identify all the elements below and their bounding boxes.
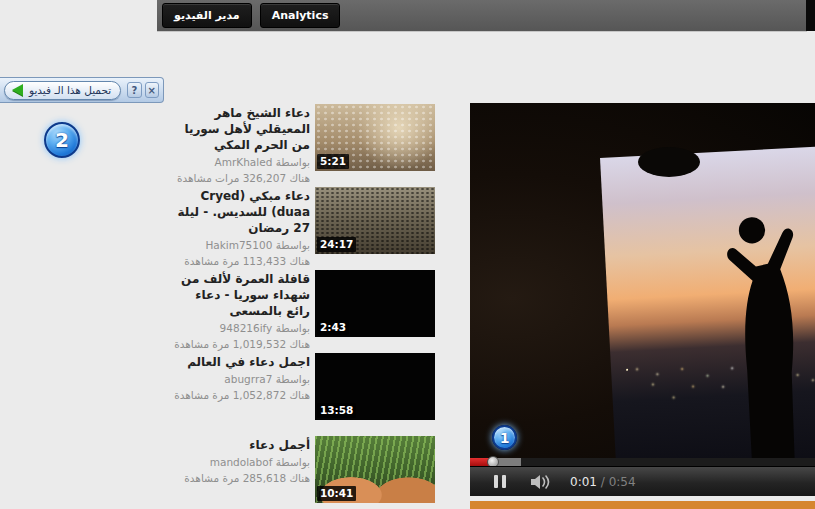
close-icon: × <box>148 85 156 96</box>
video-author: AmrKhaled <box>215 156 273 168</box>
tab-video-manager-label: مدير الفيديو <box>174 9 240 22</box>
download-play-icon <box>12 84 23 96</box>
city-lights <box>626 369 628 371</box>
help-icon: ? <box>131 85 137 96</box>
video-author-line: بواسطة AmrKhaled <box>168 155 310 169</box>
video-views: هناك 326,207 مرات مشاهدة <box>168 171 310 185</box>
video-title-link[interactable]: أجمل دعاء <box>168 437 310 453</box>
download-toolbar: تحميل هذا الـ فيديو ? × <box>0 77 164 103</box>
tab-analytics-label: Analytics <box>272 9 329 22</box>
video-player: 0:01 / 0:54 <box>470 103 815 496</box>
video-thumbnail[interactable]: 5:21 <box>315 104 435 171</box>
video-thumbnail[interactable]: 2:43 <box>315 270 435 337</box>
video-author: mandolabof <box>210 456 273 468</box>
video-views: هناك 1,052,872 مرة مشاهدة <box>168 388 310 402</box>
step-badge-2: 2 <box>44 122 80 158</box>
video-thumbnail[interactable]: 13:58 <box>315 353 435 420</box>
related-video-row: دعاء مبكي (Cryed duaa) للسديس. - ليلة 27… <box>168 187 435 270</box>
related-video-row: قافلة العمرة لألف من شهداء سوريا - دعاء … <box>168 270 435 353</box>
video-author: abugrra7 <box>224 373 272 385</box>
by-label: بواسطة <box>276 156 310 168</box>
related-video-row: أجمل دعاء بواسطة mandolabof هناك 285,618… <box>168 436 435 509</box>
foreground-head-silhouette <box>638 147 700 177</box>
video-author-line: بواسطة mandolabof <box>168 455 310 469</box>
video-title-link[interactable]: اجمل دعاء في العالم <box>168 354 310 370</box>
video-title-link[interactable]: قافلة العمرة لألف من شهداء سوريا - دعاء … <box>168 271 310 319</box>
duration-badge: 10:41 <box>317 486 356 501</box>
related-video-row: دعاء الشيخ ماهر المعيقلي لأهل سوريا من ا… <box>168 104 435 187</box>
video-info: اجمل دعاء في العالم بواسطة abugrra7 هناك… <box>168 353 310 436</box>
sunset-sky-scene <box>600 145 815 458</box>
by-label: بواسطة <box>276 456 310 468</box>
related-videos-list: دعاء الشيخ ماهر المعيقلي لأهل سوريا من ا… <box>168 104 435 509</box>
time-separator: / <box>597 475 609 489</box>
video-author-line: بواسطة Hakim75100 <box>168 238 310 252</box>
video-title-link[interactable]: دعاء الشيخ ماهر المعيقلي لأهل سوريا من ا… <box>168 105 310 153</box>
video-title-link[interactable]: دعاء مبكي (Cryed duaa) للسديس. - ليلة 27… <box>168 188 310 236</box>
step-badge-1-number: 1 <box>500 430 510 446</box>
step-badge-1: 1 <box>492 425 517 450</box>
close-toolbar-button[interactable]: × <box>145 82 159 98</box>
video-author: 948216ify <box>220 322 273 334</box>
duration-badge: 13:58 <box>317 403 356 418</box>
video-views: هناك 285,618 مرة مشاهدة <box>168 471 310 485</box>
video-thumbnail[interactable]: 24:17 <box>315 187 435 254</box>
seek-bar[interactable] <box>470 458 815 466</box>
by-label: بواسطة <box>276 322 310 334</box>
volume-icon <box>530 474 552 490</box>
video-info: أجمل دعاء بواسطة mandolabof هناك 285,618… <box>168 436 310 509</box>
praying-man-silhouette <box>698 205 815 458</box>
bottom-accent-bar <box>470 501 815 509</box>
volume-button[interactable] <box>530 474 552 490</box>
scrollbar-strip <box>806 0 815 31</box>
time-display: 0:01 / 0:54 <box>570 475 636 489</box>
video-info: قافلة العمرة لألف من شهداء سوريا - دعاء … <box>168 270 310 353</box>
video-views: هناك 1,019,532 مرة مشاهدة <box>168 337 310 351</box>
download-video-button[interactable]: تحميل هذا الـ فيديو <box>4 81 121 100</box>
video-surface[interactable] <box>470 103 815 458</box>
pause-button[interactable] <box>492 471 508 492</box>
duration-badge: 24:17 <box>317 237 356 252</box>
time-total: 0:54 <box>609 475 636 489</box>
tab-analytics[interactable]: Analytics <box>260 3 341 28</box>
video-author-line: بواسطة 948216ify <box>168 321 310 335</box>
download-button-label: تحميل هذا الـ فيديو <box>29 84 111 96</box>
top-navigation-bar: مدير الفيديو Analytics <box>157 0 807 31</box>
duration-badge: 5:21 <box>317 154 349 169</box>
video-views: هناك 113,433 مرة مشاهدة <box>168 254 310 268</box>
step-badge-2-number: 2 <box>55 128 69 152</box>
time-elapsed: 0:01 <box>570 475 597 489</box>
player-controls: 0:01 / 0:54 <box>470 466 815 496</box>
by-label: بواسطة <box>276 373 310 385</box>
related-video-row: اجمل دعاء في العالم بواسطة abugrra7 هناك… <box>168 353 435 436</box>
by-label: بواسطة <box>276 239 310 251</box>
tab-video-manager[interactable]: مدير الفيديو <box>162 3 252 28</box>
video-info: دعاء مبكي (Cryed duaa) للسديس. - ليلة 27… <box>168 187 310 270</box>
video-info: دعاء الشيخ ماهر المعيقلي لأهل سوريا من ا… <box>168 104 310 187</box>
video-author: Hakim75100 <box>205 239 272 251</box>
duration-badge: 2:43 <box>317 320 349 335</box>
help-button[interactable]: ? <box>127 82 141 98</box>
video-author-line: بواسطة abugrra7 <box>168 372 310 386</box>
video-thumbnail[interactable]: 10:41 <box>315 436 435 503</box>
